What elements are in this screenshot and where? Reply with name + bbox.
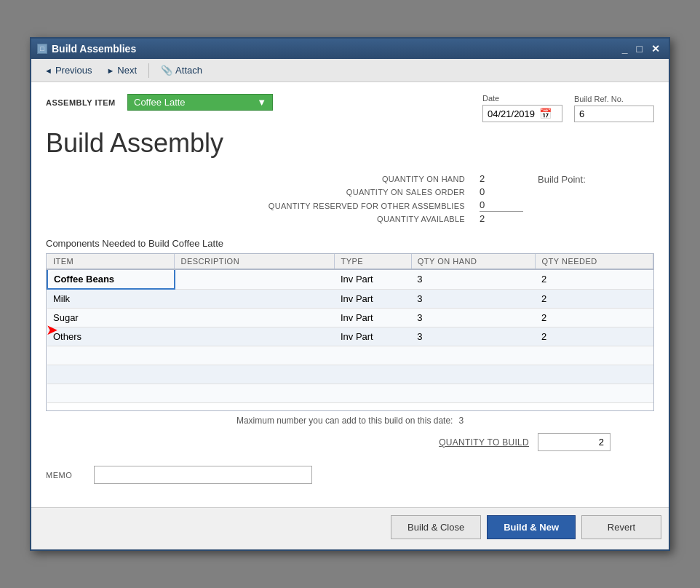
build-point-label: Build Point: xyxy=(538,174,625,185)
cell-empty xyxy=(175,365,335,384)
components-table: ITEM DESCRIPTION TYPE QTY ON HAND QTY NE… xyxy=(47,254,653,403)
title-bar: □ Build Assemblies _ □ ✕ xyxy=(31,39,669,59)
qty-available-row: QUANTITY AVAILABLE 2 xyxy=(261,213,625,225)
qty-reserved-row: QUANTITY RESERVED FOR OTHER ASSEMBLIES 0 xyxy=(261,199,625,212)
form-content: ASSEMBLY ITEM Coffee Latte ▼ Date 04/21/… xyxy=(31,82,669,507)
cell-type: Inv Part xyxy=(335,309,411,327)
cell-empty xyxy=(536,365,653,384)
previous-label: Previous xyxy=(55,65,92,76)
toolbar-separator xyxy=(148,63,149,78)
window-title: Build Assemblies xyxy=(52,43,136,55)
cell-empty xyxy=(47,365,175,384)
date-label: Date xyxy=(482,94,562,103)
build-ref-input[interactable]: 6 xyxy=(574,106,654,122)
cell-description xyxy=(175,309,335,327)
cell-item: Coffee Beans xyxy=(47,269,175,289)
qty-reserved-value: 0 xyxy=(480,199,523,212)
col-qty-on-hand-header: QTY ON HAND xyxy=(411,254,536,269)
table-row[interactable]: SugarInv Part32 xyxy=(47,309,653,327)
table-row-empty xyxy=(47,365,653,384)
cell-qty-on-hand: 3 xyxy=(411,269,536,289)
cell-type: Inv Part xyxy=(335,289,411,309)
build-new-button[interactable]: Build & New xyxy=(487,515,576,539)
build-ref-value: 6 xyxy=(579,108,584,119)
cell-qty-needed: 2 xyxy=(536,269,653,289)
cell-qty-on-hand: 3 xyxy=(411,289,536,309)
memo-input[interactable] xyxy=(94,466,312,484)
components-table-container[interactable]: ITEM DESCRIPTION TYPE QTY ON HAND QTY NE… xyxy=(46,253,654,411)
build-assemblies-window: □ Build Assemblies _ □ ✕ Previous Next xyxy=(30,37,670,551)
cell-empty xyxy=(536,384,653,403)
red-arrow-indicator: ➤ xyxy=(46,321,58,338)
date-group: Date 04/21/2019 📅 xyxy=(482,94,562,122)
page-title: Build Assembly xyxy=(46,128,654,159)
qty-to-build-row: QUANTITY TO BUILD xyxy=(46,433,654,451)
assembly-item-arrow: ▼ xyxy=(257,97,266,108)
table-row-empty xyxy=(47,384,653,403)
components-heading: Components Needed to Build Coffee Latte xyxy=(46,238,654,249)
build-ref-label: Build Ref. No. xyxy=(574,95,654,103)
cell-qty-needed: 2 xyxy=(536,327,653,346)
cell-qty-needed: 2 xyxy=(536,289,653,309)
max-build-label: Maximum number you can add to this build… xyxy=(236,416,453,426)
table-row-empty xyxy=(47,346,653,365)
assembly-item-label: ASSEMBLY ITEM xyxy=(46,98,119,107)
col-qty-needed-header: QTY NEEDED xyxy=(536,254,653,269)
cell-empty xyxy=(536,346,653,365)
cell-description xyxy=(175,269,335,289)
qty-to-build-label: QUANTITY TO BUILD xyxy=(439,437,529,448)
title-bar-controls: _ □ ✕ xyxy=(619,44,663,54)
qty-on-sales-value: 0 xyxy=(480,186,523,198)
qty-on-sales-label: QUANTITY ON SALES ORDER xyxy=(261,188,465,196)
date-input[interactable]: 04/21/2019 📅 xyxy=(482,105,562,122)
col-item-header: ITEM xyxy=(47,254,175,269)
table-row[interactable]: MilkInv Part32 xyxy=(47,289,653,309)
revert-button[interactable]: Revert xyxy=(581,515,661,539)
cell-description xyxy=(175,289,335,309)
toolbar: Previous Next Attach xyxy=(31,59,669,82)
attach-label: Attach xyxy=(175,65,202,76)
table-row[interactable]: Coffee BeansInv Part32 xyxy=(47,269,653,289)
maximize-button[interactable]: □ xyxy=(634,44,645,54)
qty-on-hand-value: 2 xyxy=(480,173,523,185)
cell-empty xyxy=(335,384,411,403)
qty-available-value: 2 xyxy=(480,213,523,225)
cell-type: Inv Part xyxy=(335,327,411,346)
assembly-item-value: Coffee Latte xyxy=(134,97,186,108)
cell-empty xyxy=(411,384,536,403)
close-button[interactable]: ✕ xyxy=(648,44,663,54)
cell-qty-on-hand: 3 xyxy=(411,327,536,346)
next-button[interactable]: Next xyxy=(100,63,143,78)
attach-icon xyxy=(161,65,172,76)
qty-reserved-label: QUANTITY RESERVED FOR OTHER ASSEMBLIES xyxy=(261,202,465,210)
cell-empty xyxy=(47,346,175,365)
attach-button[interactable]: Attach xyxy=(155,63,208,78)
cell-empty xyxy=(411,346,536,365)
qty-to-build-input[interactable] xyxy=(538,433,610,451)
build-close-button[interactable]: Build & Close xyxy=(391,515,481,539)
cell-empty xyxy=(47,384,175,403)
cell-empty xyxy=(175,346,335,365)
qty-on-sales-row: QUANTITY ON SALES ORDER 0 xyxy=(261,186,625,198)
date-value: 04/21/2019 xyxy=(488,108,535,119)
cell-item: Others xyxy=(47,327,175,346)
table-row[interactable]: OthersInv Part32 xyxy=(47,327,653,346)
next-icon xyxy=(106,65,114,76)
cell-empty xyxy=(175,384,335,403)
cell-item: Sugar xyxy=(47,309,175,327)
cell-type: Inv Part xyxy=(335,269,411,289)
minimize-button[interactable]: _ xyxy=(619,44,631,54)
assembly-item-dropdown[interactable]: Coffee Latte ▼ xyxy=(127,94,273,111)
footer-buttons: Build & Close Build & New Revert xyxy=(31,507,669,549)
cell-empty xyxy=(335,346,411,365)
col-description-header: DESCRIPTION xyxy=(175,254,335,269)
next-label: Next xyxy=(117,65,137,76)
cell-description xyxy=(175,327,335,346)
stats-section: QUANTITY ON HAND 2 Build Point: QUANTITY… xyxy=(46,173,654,226)
col-type-header: TYPE xyxy=(335,254,411,269)
cell-empty xyxy=(411,365,536,384)
previous-button[interactable]: Previous xyxy=(39,63,98,78)
window-icon: □ xyxy=(37,44,47,54)
build-ref-group: Build Ref. No. 6 xyxy=(574,95,654,122)
previous-icon xyxy=(44,65,52,76)
